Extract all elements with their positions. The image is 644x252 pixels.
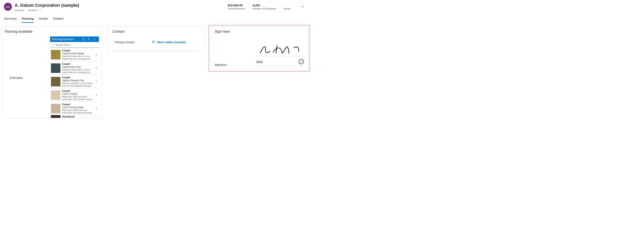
swatch [51,104,60,113]
panel-flooring: Flooring available Estimates FlooringEst… [2,26,102,118]
title-block: A. Datum Corporation (sample) Account · … [15,3,221,12]
field-label-signature: Signature [214,45,252,66]
person-icon [152,40,156,44]
chevron-right-icon[interactable] [94,94,98,96]
gallery-list: CarpetCaserta Stone BeigeExtreme Series … [50,48,99,118]
list-item[interactable]: CarpetLush II Frosty GladeMade with 100%… [50,102,99,115]
panel-signature: Sign here Signature Clear [210,26,308,70]
panel-signature-title: Sign here [214,30,304,34]
search-input[interactable] [55,44,97,46]
list-item-category: Carpet [62,76,93,79]
field-label-estimates: Estimates [4,36,50,118]
signature-canvas[interactable] [256,36,304,56]
refresh-icon[interactable] [81,38,86,41]
chevron-right-icon[interactable] [94,108,98,110]
swatch [51,115,60,118]
stat-revenue-value: $10,000.00 [228,4,245,7]
chevron-right-icon[interactable] [94,67,98,69]
tab-summary[interactable]: Summary [4,15,17,23]
record-header: AD A. Datum Corporation (sample) Account… [0,0,311,12]
tab-details[interactable]: Details [39,15,48,23]
field-label-primary-contact: Primary Contact [112,40,152,44]
swatch [51,90,60,100]
stat-employees-label: Number of Employees [253,7,276,10]
list-item-text: CarpetCaserta Sky GreyExtreme Series 18 … [62,62,93,74]
stat-revenue: $10,000.00 Annual Revenue [224,4,249,10]
list-item[interactable]: CarpetLush II TundraMade with 100% premi… [50,88,99,102]
swatch [51,50,60,60]
list-item-desc: Made with 100% premium nylon fiber, this… [62,109,93,114]
estimates-gallery: FlooringEstimates [50,36,99,118]
list-item-text: CarpetAgeless Beauty ClayAdd some fashio… [62,76,93,87]
stat-employees: 6,200 Number of Employees [249,4,280,10]
confirm-signature-button[interactable] [298,59,304,64]
form-name: Account [28,9,37,12]
tab-related[interactable]: Related [53,15,64,23]
gallery-title: FlooringEstimates [52,38,81,41]
list-item-text: CarpetLush II Frosty GladeMade with 100%… [62,103,93,114]
stat-owner: . Owner [280,4,294,8]
panel-contact: Contact Primary Contact Rene Valdes (sam… [108,26,204,51]
list-item-name: Caserta Sky Grey [62,66,93,68]
avatar: AD [4,3,12,11]
gallery-header: FlooringEstimates [50,36,99,42]
search-icon [52,43,54,46]
list-item[interactable]: CarpetAgeless Beauty ClayAdd some fashio… [50,75,99,88]
swatch [51,77,60,86]
header-expand-chevron-icon[interactable] [297,3,307,9]
panel-flooring-title: Flooring available [4,30,99,34]
list-item[interactable]: CarpetCaserta Stone BeigeExtreme Series … [50,48,99,61]
list-item-category: Carpet [62,62,93,66]
stat-employees-value: 6,200 [253,4,276,7]
tab-flooring[interactable]: Flooring [22,15,34,23]
list-item-category: Hardwood [62,115,98,118]
primary-contact-name: Rene Valdes (sample) [157,40,186,44]
form-tabs: Summary Flooring Details Related [0,12,311,23]
list-item-category: Carpet [62,103,93,106]
field-primary-contact: Primary Contact Rene Valdes (sample) [112,36,200,50]
chevron-right-icon[interactable] [94,54,98,56]
list-item-name: Lush II Tundra [62,92,93,95]
stat-revenue-label: Annual Revenue [228,7,245,10]
stat-owner-label: Owner [284,7,290,10]
panel-contact-title: Contact [112,30,200,34]
form-body: Flooring available Estimates FlooringEst… [0,23,311,118]
sort-icon[interactable] [86,38,92,41]
list-item-text: CarpetCaserta Stone BeigeExtreme Series … [62,49,93,60]
page-title: A. Datum Corporation (sample) [15,3,79,8]
entity-type: Account [15,9,24,12]
list-item-name: Lush II Frosty Glade [62,106,93,109]
header-stats: $10,000.00 Annual Revenue 6,200 Number o… [224,3,294,10]
list-item-desc: Add some fashion to your floors with the… [62,82,93,87]
list-item-name: Caserta Stone Beige [62,52,93,55]
clear-signature-link[interactable]: Clear [256,60,263,63]
list-item-name: Ageless Beauty Clay [62,79,93,82]
list-item-text: CarpetLush II TundraMade with 100% premi… [62,89,93,101]
list-item-desc: Extreme Series 18 in. x 18 in. carpet ti… [62,55,93,60]
svg-point-2 [153,42,154,42]
svg-point-0 [52,44,53,45]
chevron-right-icon[interactable] [94,80,98,83]
list-item-desc: Made with 100% premium nylon fiber, this… [62,96,93,101]
form-selector-chevron-icon[interactable] [39,9,41,12]
list-item-desc: Extreme Series 18 in. x 18 in. carpet ti… [62,68,93,74]
list-item-category: Carpet [62,89,93,92]
swatch [51,64,60,73]
list-item-category: Carpet [62,49,93,52]
gallery-search[interactable] [50,42,99,48]
add-icon[interactable] [92,38,97,41]
primary-contact-link[interactable]: Rene Valdes (sample) [152,40,186,44]
list-item[interactable]: Hardwood [50,115,99,118]
list-item[interactable]: CarpetCaserta Sky GreyExtreme Series 18 … [50,61,99,75]
subtitle-divider: · [26,9,26,12]
